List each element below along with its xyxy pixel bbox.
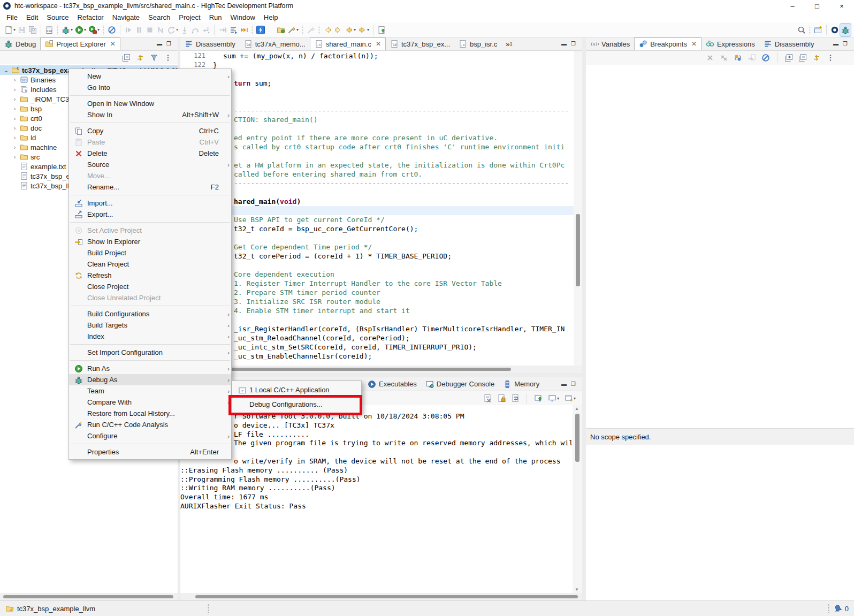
binary-file-button[interactable]: 010 [44, 24, 55, 36]
menubar-item-help[interactable]: Help [260, 12, 283, 22]
maximize-panel-icon[interactable]: ❒ [166, 41, 171, 47]
context-menu-item-close-project[interactable]: Close Project [69, 281, 231, 292]
context-menu-item-team[interactable]: Team› [69, 385, 231, 397]
save-button[interactable] [17, 24, 27, 36]
breakpoints-list[interactable] [586, 65, 854, 428]
chevron-right-icon[interactable]: › [12, 86, 18, 93]
tab-overflow-indicator[interactable]: »1 [501, 37, 516, 50]
minimize-panel-icon[interactable]: ▬ [561, 382, 567, 387]
pin-console-button[interactable] [533, 392, 544, 405]
flash-tool-button[interactable] [255, 24, 266, 36]
editor-tab-bsp-isr-c[interactable]: .cbsp_isr.c [454, 37, 501, 50]
step-over-button[interactable] [190, 24, 201, 36]
menubar-item-edit[interactable]: Edit [22, 12, 42, 22]
minimize-panel-icon[interactable]: ▬ [561, 41, 567, 47]
close-tab-icon[interactable]: ✕ [376, 40, 381, 48]
chevron-right-icon[interactable]: › [12, 77, 18, 83]
instruction-stepping-button[interactable] [228, 24, 239, 36]
context-menu-item-refresh[interactable]: Refresh [69, 270, 231, 281]
remove-breakpoint-button[interactable] [705, 51, 715, 64]
scroll-lock-button[interactable] [496, 392, 507, 405]
explorer-tab-debug[interactable]: Debug [0, 37, 40, 50]
context-menu-item-export[interactable]: Export... [69, 209, 231, 220]
step-into-button[interactable] [179, 24, 190, 36]
remove-all-breakpoints-button[interactable] [719, 51, 729, 64]
context-menu-item-index[interactable]: Index› [69, 331, 231, 342]
context-menu-item-paste[interactable]: PasteCtrl+V [69, 136, 231, 148]
context-menu-item-restore-from-local-history[interactable]: Restore from Local History... [69, 408, 231, 419]
menubar-item-project[interactable]: Project [174, 12, 204, 22]
context-menu-item-copy[interactable]: CopyCtrl+C [69, 125, 231, 136]
console-hscrollbar[interactable] [180, 593, 582, 600]
console-vscrollbar-thumb[interactable] [575, 414, 580, 462]
console-tab-debugger-console[interactable]: Debugger Console [421, 377, 499, 391]
context-menu-item-close-unrelated-project[interactable]: Close Unrelated Project [69, 292, 231, 303]
pin-editor-button[interactable] [376, 24, 387, 36]
console-tab-executables[interactable]: Executables [363, 377, 421, 391]
console-output-area[interactable]: r Software Tool 3.0.0.0, built on 10/18/… [180, 405, 573, 593]
context-menu-item-go-into[interactable]: Go Into [69, 82, 231, 93]
menubar-item-refactor[interactable]: Refactor [73, 12, 108, 22]
editor-tab-tc37x-bsp-ex[interactable]: ldtc37x_bsp_ex... [386, 37, 454, 50]
close-tab-icon[interactable]: ✕ [110, 40, 116, 48]
open-perspective-button[interactable] [813, 24, 824, 36]
debug-tab-breakpoints[interactable]: Breakpoints✕ [634, 37, 702, 50]
chevron-right-icon[interactable]: › [12, 144, 18, 150]
menubar-item-run[interactable]: Run [205, 12, 226, 22]
context-menu-item-rename[interactable]: Rename...F2 [69, 181, 231, 193]
context-menu-item-debug-as[interactable]: Debug As› [69, 374, 231, 385]
context-menu-item-compare-with[interactable]: Compare With› [69, 397, 231, 408]
context-menu-item-run-c-c-code-analysis[interactable]: Run C/C++ Code Analysis [69, 419, 231, 430]
context-menu-item-clean-project[interactable]: Clean Project [69, 258, 231, 270]
debug-perspective-button[interactable] [840, 24, 851, 36]
explorer-hscrollbar-thumb[interactable] [3, 595, 173, 598]
scroll-down-icon[interactable]: ▼ [575, 587, 579, 592]
previous-annotation-button[interactable] [322, 24, 333, 36]
step-return-button[interactable] [201, 24, 211, 36]
expand-all-button[interactable] [783, 51, 794, 64]
editor-tab-tc37xa-memo[interactable]: ldtc37xA_memo... [240, 37, 310, 50]
open-console-button[interactable]: ▾ [563, 392, 577, 405]
context-menu-item-build-configurations[interactable]: Build Configurations› [69, 308, 231, 320]
trace-filter-button[interactable] [239, 24, 249, 36]
minimize-panel-icon[interactable]: ▬ [833, 41, 838, 47]
view-menu-button[interactable] [163, 51, 173, 64]
maximize-button[interactable]: □ [805, 0, 829, 12]
context-menu-item-move[interactable]: Move... [69, 170, 231, 181]
view-menu-button[interactable] [825, 51, 836, 64]
back-button[interactable]: ▾ [344, 24, 357, 36]
search-button[interactable] [796, 24, 807, 36]
context-menu-item-set-active-project[interactable]: Set Active Project [69, 225, 231, 236]
close-tab-icon[interactable]: ✕ [691, 40, 697, 48]
context-menu-item-run-as[interactable]: Run As› [69, 363, 231, 374]
hightec-perspective-button[interactable] [829, 24, 840, 36]
skip-all-breakpoints-button[interactable] [106, 24, 117, 36]
minimize-button[interactable]: – [780, 0, 805, 12]
stop-button[interactable] [144, 24, 155, 36]
skip-all-breakpoints-view-button[interactable] [760, 51, 771, 64]
context-menu-item-configure[interactable]: Configure› [69, 430, 231, 442]
chevron-right-icon[interactable]: › [12, 154, 18, 160]
link-with-editor-button[interactable] [135, 51, 146, 64]
chevron-right-icon[interactable]: › [12, 105, 18, 112]
chevron-right-icon[interactable]: › [12, 125, 18, 131]
context-menu-item-show-in[interactable]: Show InAlt+Shift+W› [69, 109, 231, 120]
explorer-tab-project-explorer[interactable]: Project Explorer✕ [40, 37, 120, 50]
editor-vscrollbar[interactable] [574, 51, 582, 366]
resume-button[interactable] [123, 24, 134, 36]
editor-hscrollbar[interactable] [180, 366, 582, 373]
run-flash-button[interactable]: ▾ [87, 24, 101, 36]
context-menu-item-import[interactable]: Import... [69, 197, 231, 209]
debug-tab-disassembly[interactable]: Disassembly [759, 37, 819, 50]
chevron-down-icon[interactable]: ⌄ [3, 67, 9, 74]
editor-tab-shared-main-c[interactable]: .cshared_main.c✕ [310, 37, 386, 50]
word-wrap-button[interactable] [510, 392, 521, 405]
maximize-panel-icon[interactable]: ❒ [571, 382, 576, 387]
context-menu-item-show-in-explorer[interactable]: Show In Explorer [69, 236, 231, 247]
debug-tab-variables[interactable]: (x)=Variables [586, 37, 634, 50]
notification-bell-icon[interactable] [834, 604, 842, 613]
status-separator[interactable] [208, 604, 209, 613]
status-separator[interactable] [828, 604, 829, 613]
chevron-right-icon[interactable]: › [12, 115, 18, 121]
disconnect-button[interactable] [155, 24, 166, 36]
